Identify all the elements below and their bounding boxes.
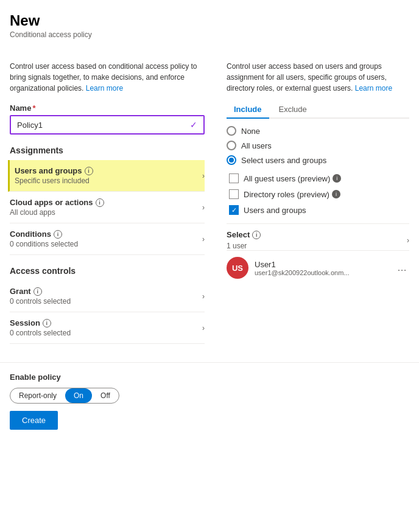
policy-name-value: Policy1	[17, 121, 43, 130]
cloud-apps-info-icon[interactable]: i	[96, 198, 104, 207]
radio-all-users-label: All users	[241, 141, 272, 150]
toggle-on[interactable]: On	[65, 388, 92, 403]
checkbox-users-and-groups[interactable]: Users and groups	[229, 205, 409, 215]
radio-none[interactable]: None	[227, 126, 409, 136]
session-info-icon[interactable]: i	[43, 319, 51, 327]
right-learn-more-link[interactable]: Learn more	[355, 84, 392, 93]
tab-exclude[interactable]: Exclude	[272, 101, 314, 119]
assignment-subtitle-cloud-apps: All cloud apps	[10, 208, 202, 217]
directory-roles-info-icon[interactable]: i	[332, 190, 340, 198]
assignment-subtitle-users-groups: Specific users included	[15, 177, 202, 185]
assignment-item-session[interactable]: Session i 0 controls selected ›	[10, 312, 205, 344]
radio-all-users[interactable]: All users	[227, 141, 409, 150]
enable-policy-label: Enable policy	[10, 373, 409, 382]
assignment-item-conditions[interactable]: Conditions i 0 conditions selected ›	[10, 223, 205, 255]
tab-include[interactable]: Include	[227, 101, 269, 119]
radio-select-users-groups[interactable]: Select users and groups	[227, 155, 409, 165]
assignment-subtitle-conditions: 0 conditions selected	[10, 240, 202, 248]
policy-name-input[interactable]: Policy1 ✓	[10, 115, 205, 135]
user-email: user1@sk200922outlook.onm...	[255, 269, 389, 276]
access-controls-title: Access controls	[10, 266, 205, 276]
select-row[interactable]: Select i 1 user ›	[227, 223, 409, 250]
checkbox-directory-roles-label: Directory roles (preview) i	[244, 190, 340, 199]
page-subtitle: Conditional access policy	[10, 30, 409, 39]
policy-toggle-group[interactable]: Report-only On Off	[10, 388, 119, 404]
select-info-icon[interactable]: i	[252, 231, 261, 239]
user-avatar: US	[227, 257, 248, 279]
checkbox-guest-users[interactable]: All guest users (preview) i	[229, 173, 409, 183]
assignment-item-users-groups[interactable]: Users and groups i Specific users includ…	[8, 160, 205, 192]
checkbox-guest-users-label: All guest users (preview) i	[244, 174, 341, 183]
user-count: 1 user	[227, 242, 261, 250]
toggle-report-only[interactable]: Report-only	[10, 388, 65, 403]
create-button[interactable]: Create	[10, 411, 58, 430]
assignment-item-cloud-apps[interactable]: Cloud apps or actions i All cloud apps ›	[10, 192, 205, 223]
checkbox-users-and-groups-label: Users and groups	[244, 206, 306, 215]
assignment-subtitle-session: 0 controls selected	[10, 329, 202, 337]
assignment-title-session: Session	[10, 318, 40, 327]
radio-none-circle	[227, 126, 236, 136]
radio-select-users-groups-label: Select users and groups	[241, 156, 326, 165]
checkbox-users-and-groups-box	[229, 205, 239, 215]
user-name: User1	[255, 260, 389, 269]
users-groups-info-icon[interactable]: i	[85, 167, 93, 175]
user-item: US User1 user1@sk200922outlook.onm... …	[227, 250, 409, 285]
select-label: Select i	[227, 230, 261, 239]
checkbox-directory-roles-box	[229, 189, 239, 199]
assignments-title: Assignments	[10, 145, 205, 155]
toggle-off[interactable]: Off	[92, 388, 119, 403]
cloud-apps-chevron-icon: ›	[202, 203, 205, 212]
assignment-item-grant[interactable]: Grant i 0 controls selected ›	[10, 281, 205, 312]
left-description: Control user access based on conditional…	[10, 61, 205, 94]
user-options-button[interactable]: …	[395, 260, 409, 276]
conditions-info-icon[interactable]: i	[54, 230, 62, 239]
assignment-title-cloud-apps: Cloud apps or actions	[10, 198, 93, 207]
name-label: Name*	[10, 103, 205, 113]
checkmark-icon: ✓	[190, 120, 197, 130]
select-chevron-icon: ›	[407, 236, 409, 245]
assignment-subtitle-grant: 0 controls selected	[10, 297, 202, 306]
right-description: Control user access based on users and g…	[227, 61, 409, 94]
conditions-chevron-icon: ›	[202, 235, 205, 243]
radio-all-users-circle	[227, 141, 236, 150]
assignment-title-conditions: Conditions	[10, 229, 51, 239]
left-learn-more-link[interactable]: Learn more	[86, 84, 123, 93]
users-groups-chevron-icon: ›	[202, 172, 205, 180]
assignment-title-users-groups: Users and groups	[15, 166, 82, 175]
grant-chevron-icon: ›	[202, 292, 205, 301]
page-title: New	[10, 12, 409, 29]
radio-none-label: None	[241, 127, 260, 136]
checkbox-directory-roles[interactable]: Directory roles (preview) i	[229, 189, 409, 199]
checkbox-guest-users-box	[229, 173, 239, 183]
radio-select-users-groups-circle	[227, 155, 236, 165]
grant-info-icon[interactable]: i	[33, 287, 42, 296]
session-chevron-icon: ›	[202, 324, 205, 332]
assignment-title-grant: Grant	[10, 287, 31, 296]
guest-users-info-icon[interactable]: i	[333, 174, 341, 183]
